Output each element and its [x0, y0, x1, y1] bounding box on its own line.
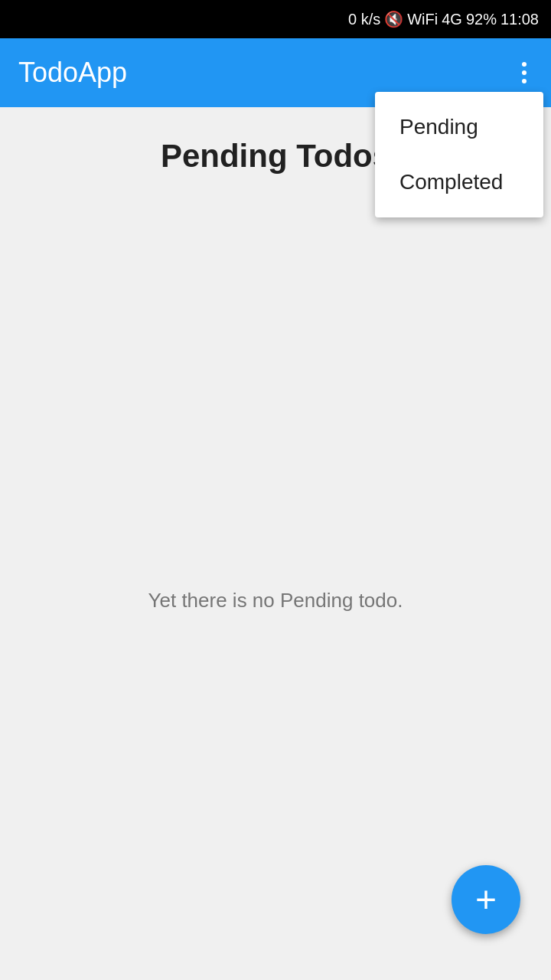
page-title: Pending Todos [161, 138, 390, 175]
dot-3 [522, 79, 527, 83]
dropdown-menu: Pending Completed [375, 92, 543, 217]
status-network: 4G [442, 11, 462, 28]
empty-state-message: Yet there is no Pending todo. [0, 589, 551, 612]
status-time: 11:08 [500, 11, 539, 28]
status-speed: 0 k/s [348, 11, 380, 28]
add-icon: + [475, 881, 497, 918]
main-content: Pending Todos Yet there is no Pending to… [0, 107, 551, 980]
status-bar: 0 k/s 🔇 WiFi 4G 92% 11:08 [0, 0, 551, 38]
add-todo-button[interactable]: + [452, 865, 520, 934]
app-title: TodoApp [18, 57, 127, 89]
status-wifi-icon: WiFi [407, 11, 438, 28]
dot-2 [522, 70, 527, 75]
menu-item-pending[interactable]: Pending [375, 100, 543, 155]
status-icons: 0 k/s 🔇 WiFi 4G 92% 11:08 [348, 10, 539, 28]
menu-item-completed[interactable]: Completed [375, 155, 543, 210]
status-battery: 92% [466, 11, 497, 28]
more-options-button[interactable] [516, 56, 533, 90]
dot-1 [522, 62, 527, 67]
status-mute-icon: 🔇 [384, 10, 403, 28]
